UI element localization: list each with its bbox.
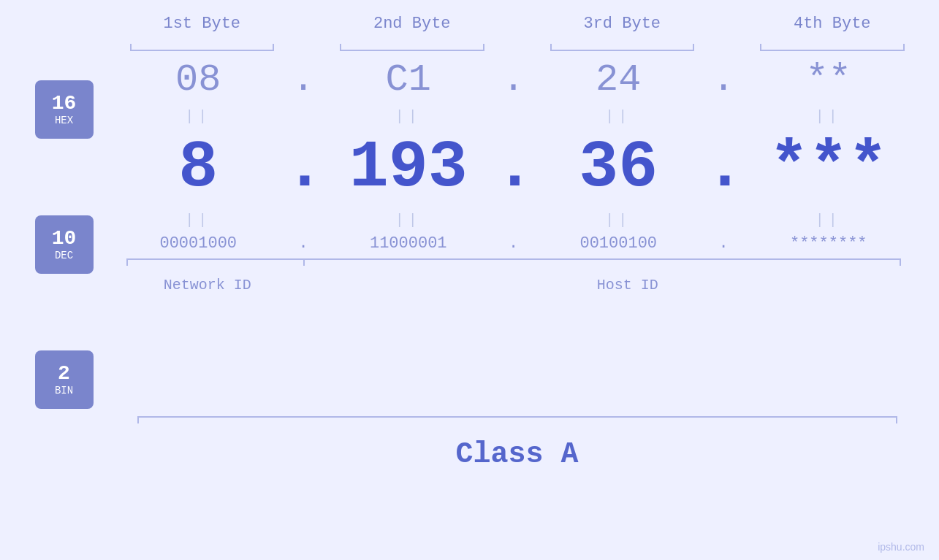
equals-1: || [112,108,286,125]
hex-dot-3: . [705,58,742,101]
class-label: Class A [455,438,578,471]
bottom-brackets [112,258,916,273]
bin-byte-4: ******** [790,234,867,253]
id-labels-row: Network ID Host ID [112,277,916,294]
hex-dot-1: . [285,58,322,101]
byte-header-1: 1st Byte [115,15,289,33]
dec-byte-2: 193 [349,131,468,205]
dec-byte-4: *** [769,131,888,205]
dec-badge: 10 DEC [35,215,94,274]
equals-6: || [322,212,495,229]
dec-byte-3: 36 [579,131,658,205]
hex-badge: 16 HEX [35,80,94,139]
class-section: Class A [115,416,919,471]
hex-byte-4: ** [806,58,851,101]
dec-dot-3: . [705,131,742,205]
bin-byte-2: 11000001 [370,234,447,253]
host-id-label: Host ID [597,277,658,294]
dec-dot-2: . [495,131,532,205]
main-container: 1st Byte 2nd Byte 3rd Byte 4th Byte [0,0,939,560]
bin-byte-1: 00001000 [159,234,237,253]
bin-badge: 2 BIN [35,350,94,409]
equals-row-2: || || || || [112,205,916,234]
byte-header-4: 4th Byte [745,15,919,33]
hex-row: 08 . C1 . 24 . ** [112,58,916,101]
hex-byte-2: C1 [386,58,431,101]
byte-header-3: 3rd Byte [536,15,710,33]
bin-badge-number: 2 [58,363,70,386]
hex-byte-1: 08 [175,58,221,101]
dec-row: 8 . 193 . 36 . *** [112,131,916,205]
equals-5: || [112,212,286,229]
network-id-label: Network ID [164,277,251,294]
equals-row-1: || || || || [112,101,916,131]
equals-8: || [742,212,916,229]
hex-dot-2: . [495,58,532,101]
watermark: ipshu.com [878,541,924,553]
equals-7: || [532,212,706,229]
bin-dot-1: . [285,234,322,253]
bin-row: 00001000 . 11000001 . 00100100 . *******… [112,234,916,253]
hex-badge-number: 16 [52,93,77,115]
bin-badge-label: BIN [55,385,73,396]
hex-byte-3: 24 [596,58,641,101]
dec-dot-1: . [285,131,322,205]
dec-badge-number: 10 [52,228,77,250]
bin-byte-3: 00100100 [579,234,657,253]
dec-byte-1: 8 [178,131,218,205]
equals-2: || [322,108,495,125]
hex-badge-label: HEX [55,115,73,126]
byte-header-2: 2nd Byte [325,15,499,33]
dec-badge-label: DEC [55,250,73,261]
bin-dot-2: . [495,234,532,253]
bin-dot-3: . [705,234,742,253]
equals-3: || [532,108,706,125]
equals-4: || [742,108,916,125]
